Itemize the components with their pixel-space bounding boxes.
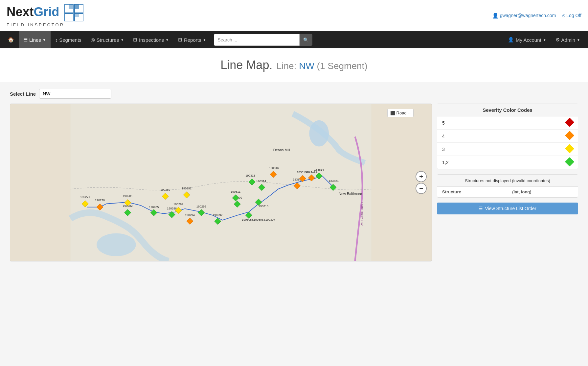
search-button[interactable]: 🔍 [300, 34, 312, 46]
col-structure: Structure [437, 187, 507, 197]
svg-rect-6 [75, 13, 79, 17]
nav-admin-label: Admin [561, 37, 576, 43]
svg-text:State Route SW: State Route SW [360, 202, 364, 226]
nav-lines[interactable]: ☰ Lines ▼ [19, 31, 51, 48]
inspections-chevron: ▼ [166, 38, 169, 42]
search-icon: 🔍 [303, 37, 309, 42]
nav-segments-label: Segments [59, 37, 81, 43]
svg-text:190271: 190271 [80, 195, 90, 199]
line-name: NW [299, 61, 314, 71]
svg-rect-4 [65, 13, 73, 21]
svg-text:190305&190306&190307: 190305&190306&190307 [242, 218, 275, 221]
nav-inspections[interactable]: ⊞ Inspections ▼ [128, 31, 173, 48]
line-label-text: Line: [277, 61, 297, 71]
svg-text:190316: 190316 [269, 166, 279, 170]
nav-structures[interactable]: ◎ Structures ▼ [86, 31, 128, 48]
invalid-table-header: Structure (lat, long) [437, 187, 578, 197]
invalid-panel-title: Structures not displayed [465, 178, 510, 183]
severity-color-4 [558, 130, 578, 143]
severity-diamond-5 [565, 118, 574, 127]
select-line-input[interactable] [39, 89, 111, 99]
svg-text:190286: 190286 [167, 207, 177, 210]
search-area: 🔍 [214, 34, 312, 46]
map-area[interactable]: State Route SW 190271 190270 190281 190 [10, 104, 432, 261]
svg-text:190310: 190310 [259, 205, 268, 208]
zoom-out-button[interactable]: − [416, 183, 427, 194]
inspections-icon: ⊞ [133, 37, 137, 43]
svg-text:190289: 190289 [160, 188, 170, 191]
svg-text:183821: 183821 [329, 179, 339, 183]
severity-color-3 [558, 143, 578, 156]
nav-right: 👤 My Account ▼ ⚙ Admin ▼ [503, 31, 585, 48]
nav-home[interactable]: 🏠 [3, 31, 19, 48]
logout-icon: ⎋ [562, 13, 565, 18]
logo-subtitle: FIELD INSPECTOR [7, 22, 84, 27]
nav-admin[interactable]: ⚙ Admin ▼ [551, 31, 585, 48]
invalid-panel-subtitle: (invalid coordinates) [512, 178, 550, 183]
logo-text: NextGrid [7, 4, 84, 22]
map-svg: State Route SW 190271 190270 190281 190 [10, 104, 432, 261]
nav-my-account-label: My Account [516, 37, 541, 43]
severity-row-3: 3 [437, 143, 578, 156]
svg-text:190297: 190297 [213, 213, 223, 217]
svg-point-9 [97, 233, 136, 256]
severity-panel: Severity Color Codes 5 4 [437, 104, 578, 169]
svg-text:183814: 183814 [314, 168, 324, 171]
svg-text:190314: 190314 [256, 180, 266, 183]
structures-chevron: ▼ [121, 38, 124, 42]
severity-panel-header: Severity Color Codes [437, 104, 578, 116]
reports-chevron: ▼ [203, 38, 206, 42]
severity-color-5 [558, 116, 578, 130]
svg-text:190294: 190294 [185, 213, 195, 217]
zoom-in-button[interactable]: + [416, 171, 427, 182]
svg-text:190270: 190270 [95, 199, 105, 202]
page-heading: Line Map. Line: NW (1 Segment) [0, 48, 588, 82]
nav-reports[interactable]: ⊞ Reports ▼ [173, 31, 211, 48]
structures-icon: ◎ [91, 37, 95, 43]
logout-link[interactable]: ⎋ Log Off [562, 13, 581, 18]
severity-level-3: 3 [437, 143, 558, 156]
road-icon: ⬛ [390, 111, 395, 115]
account-icon: 👤 [508, 37, 514, 43]
logo-area: NextGrid FIELD INSPECTOR [7, 4, 84, 27]
segment-info: (1 Segment) [317, 61, 368, 71]
severity-diamond-12 [565, 157, 574, 166]
nav-structures-label: Structures [97, 37, 119, 43]
severity-diamond-3 [565, 144, 574, 153]
admin-chevron: ▼ [577, 38, 580, 42]
severity-row-4: 4 [437, 130, 578, 143]
nav-segments[interactable]: ↕ Segments [51, 31, 86, 48]
lines-icon: ☰ [23, 37, 28, 43]
severity-color-12 [558, 156, 578, 169]
search-input[interactable] [214, 34, 300, 46]
svg-text:190313: 190313 [245, 174, 255, 177]
svg-text:190285: 190285 [149, 206, 159, 209]
road-label: Road [396, 110, 407, 115]
select-line-row: Select Line [10, 89, 578, 99]
svg-text:190281: 190281 [123, 194, 133, 198]
severity-level-4: 4 [437, 130, 558, 143]
nav-my-account[interactable]: 👤 My Account ▼ [503, 31, 551, 48]
top-right-links: 👤 gwagner@wagnertech.com ⎋ Log Off [492, 12, 581, 19]
view-structure-list-button[interactable]: ☰ View Structure List Order [437, 203, 578, 214]
lines-chevron: ▼ [43, 38, 46, 42]
severity-diamond-4 [565, 131, 574, 140]
user-email-link[interactable]: 👤 gwagner@wagnertech.com [492, 12, 556, 19]
svg-text:New Baltimore: New Baltimore [339, 192, 362, 196]
admin-icon: ⚙ [555, 37, 560, 43]
svg-rect-1 [69, 4, 73, 9]
main-navbar: 🏠 ☰ Lines ▼ ↕ Segments ◎ Structures ▼ ⊞ … [0, 31, 588, 48]
invalid-structures-table: Structure (lat, long) [437, 187, 578, 197]
severity-row-5: 5 [437, 116, 578, 130]
severity-level-5: 5 [437, 116, 558, 130]
line-prefix: Line: NW (1 Segment) [274, 61, 368, 71]
invalid-structures-panel: Structures not displayed (invalid coordi… [437, 174, 578, 198]
account-chevron: ▼ [543, 38, 546, 42]
svg-rect-3 [75, 4, 79, 9]
nav-reports-label: Reports [184, 37, 201, 43]
logout-label: Log Off [566, 13, 581, 18]
svg-text:190291: 190291 [182, 187, 192, 190]
user-icon: 👤 [492, 12, 499, 19]
severity-row-12: 1,2 [437, 156, 578, 169]
invalid-panel-header: Structures not displayed (invalid coordi… [437, 175, 578, 187]
